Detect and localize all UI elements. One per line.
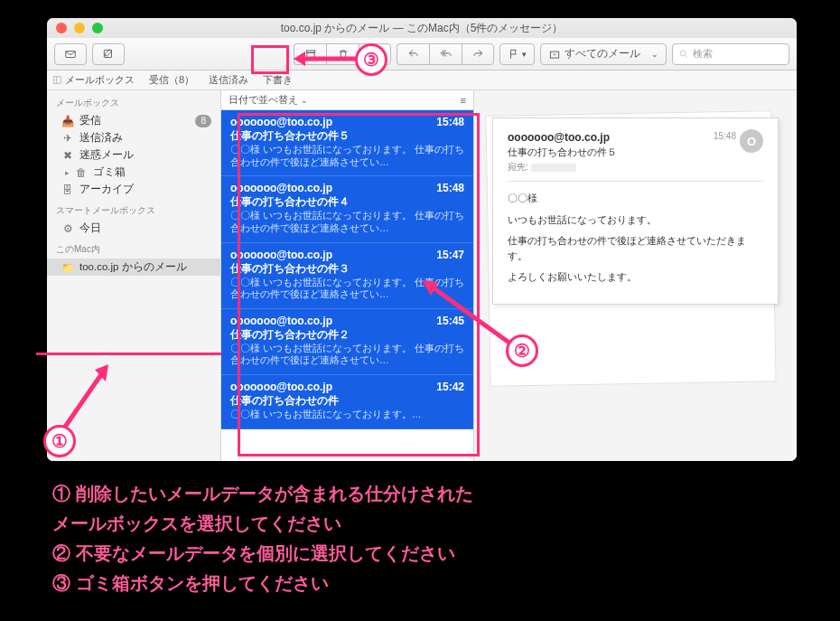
msg-preview: 〇〇様 いつもお世話になっております。 仕事の打ち合わせの件で後ほど連絡させてい…: [230, 277, 464, 301]
junk-icon: ✖: [61, 149, 74, 162]
toolbar: ▾ すべてのメール ⌄ 検索: [47, 38, 797, 71]
sidebar-junk[interactable]: ✖迷惑メール: [47, 146, 220, 164]
archive-icon: 🗄: [61, 184, 74, 195]
chevron-right-icon: ▸: [65, 168, 70, 177]
reply-icon: [407, 48, 420, 61]
message-item[interactable]: ooooooo@too.co.jp15:48仕事の打ち合わせの件５〇〇様 いつも…: [221, 110, 473, 176]
msg-time: 15:42: [436, 381, 464, 393]
sidebar-header-mailboxes: メールボックス: [47, 90, 220, 112]
msg-time: 15:48: [436, 182, 464, 194]
favorites-bar: メールボックス 受信（8） 送信済み 下書き: [47, 71, 797, 90]
msg-from: ooooooo@too.co.jp: [230, 182, 332, 194]
sent-icon: ✈: [61, 132, 74, 145]
annotation-number-2: ②: [506, 334, 538, 367]
msg-preview: 〇〇様 いつもお世話になっております。 仕事の打ち合わせの件で後ほど連絡させてい…: [230, 144, 464, 168]
msg-from: ooooooo@too.co.jp: [230, 249, 332, 261]
msg-from: ooooooo@too.co.jp: [230, 315, 332, 327]
msg-subject: 仕事の打ち合わせの件５: [230, 129, 464, 143]
inbox-icon: 📥: [61, 115, 74, 127]
sidebar-inbox[interactable]: 📥受信8: [47, 112, 220, 129]
preview-body-line: いつもお世話になっております。: [508, 212, 763, 228]
preview-to: 宛先:: [508, 161, 763, 174]
archive-icon: [304, 48, 317, 61]
reply-all-icon: [440, 48, 453, 61]
sort-header[interactable]: 日付で並べ替え ⌄ ≡: [221, 90, 473, 110]
sidebar-header-local: このMac内: [47, 237, 220, 259]
msg-preview: 〇〇様 いつもお世話になっております。…: [230, 409, 464, 421]
msg-subject: 仕事の打ち合わせの件４: [230, 195, 464, 209]
msg-time: 15:47: [436, 249, 464, 261]
sidebar-sent[interactable]: ✈送信済み: [47, 129, 220, 146]
chevron-down-icon: ⌄: [301, 96, 308, 105]
message-preview: ooooooo@too.co.jp 15:48 O 仕事の打ち合わせの件５ 宛先…: [492, 118, 779, 305]
annotation-number-3: ③: [355, 43, 387, 76]
window-title: too.co.jp からのメール — このMac内（5件のメッセージ）: [47, 21, 797, 36]
compose-icon: [102, 48, 115, 61]
move-icon: [548, 48, 561, 61]
message-list: 日付で並べ替え ⌄ ≡ ooooooo@too.co.jp15:48仕事の打ち合…: [221, 90, 474, 461]
msg-subject: 仕事の打ち合わせの件３: [230, 262, 464, 276]
forward-icon: [471, 48, 484, 61]
msg-subject: 仕事の打ち合わせの件: [230, 394, 464, 408]
trash-icon: 🗑: [75, 167, 88, 178]
get-mail-button[interactable]: [54, 43, 87, 65]
svg-point-7: [680, 51, 686, 56]
titlebar: too.co.jp からのメール — このMac内（5件のメッセージ）: [47, 18, 797, 38]
preview-body-line: 仕事の打ち合わせの件で後ほど連絡させていただきます。: [508, 233, 763, 263]
preview-body-line: よろしくお願いいたします。: [508, 269, 763, 285]
annotation-underline: [36, 353, 221, 355]
mail-window: too.co.jp からのメール — このMac内（5件のメッセージ） ▾ すべ…: [47, 18, 797, 461]
message-item[interactable]: ooooooo@too.co.jp15:45仕事の打ち合わせの件２〇〇様 いつも…: [221, 309, 473, 375]
gear-icon: ⚙: [61, 222, 74, 235]
filter-dropdown[interactable]: すべてのメール ⌄: [540, 43, 667, 65]
forward-button[interactable]: [462, 43, 494, 65]
sidebar-icon: [52, 75, 62, 85]
trash-icon: [337, 48, 350, 61]
reply-all-button[interactable]: [429, 43, 462, 65]
instruction-text: ① 削除したいメールデータが含まれる仕分けされた メールボックスを選択してくださ…: [52, 479, 473, 598]
preview-time: 15:48: [714, 131, 736, 141]
msg-preview: 〇〇様 いつもお世話になっております。 仕事の打ち合わせの件で後ほど連絡させてい…: [230, 210, 464, 234]
archive-button[interactable]: [294, 43, 326, 65]
msg-preview: 〇〇様 いつもお世話になっております。 仕事の打ち合わせの件で後ほど連絡させてい…: [230, 343, 464, 367]
svg-rect-0: [66, 51, 76, 57]
preview-body-line: 〇〇様: [508, 191, 763, 206]
reply-button[interactable]: [397, 43, 429, 65]
svg-line-8: [686, 55, 688, 58]
flag-button[interactable]: ▾: [499, 43, 535, 65]
sidebar-trash[interactable]: ▸🗑ゴミ箱: [47, 164, 220, 181]
fav-inbox[interactable]: 受信（8）: [149, 73, 194, 87]
preview-subject: 仕事の打ち合わせの件５: [508, 146, 763, 159]
sidebar-today[interactable]: ⚙今日: [47, 220, 220, 237]
compose-button[interactable]: [92, 43, 125, 65]
sidebar-local-folder[interactable]: 📁too.co.jp からのメール: [47, 259, 220, 276]
msg-time: 15:48: [436, 116, 464, 128]
msg-subject: 仕事の打ち合わせの件２: [230, 328, 464, 342]
reading-pane: ooooooo@too.co.jp 15:48 O 仕事の打ち合わせの件５ 宛先…: [474, 90, 797, 461]
message-item[interactable]: ooooooo@too.co.jp15:42仕事の打ち合わせの件〇〇様 いつもお…: [221, 375, 473, 429]
flag-icon: [508, 48, 520, 61]
inbox-badge: 8: [195, 115, 211, 127]
message-item[interactable]: ooooooo@too.co.jp15:47仕事の打ち合わせの件３〇〇様 いつも…: [221, 243, 473, 309]
svg-rect-9: [53, 77, 61, 83]
fav-mailboxes[interactable]: メールボックス: [52, 73, 135, 87]
search-icon: [678, 49, 689, 60]
sidebar: メールボックス 📥受信8 ✈送信済み ✖迷惑メール ▸🗑ゴミ箱 🗄アーカイブ ス…: [47, 90, 221, 461]
annotation-number-1: ①: [43, 425, 76, 457]
msg-from: ooooooo@too.co.jp: [230, 381, 332, 393]
search-input[interactable]: 検索: [672, 43, 789, 65]
svg-rect-3: [306, 52, 313, 58]
msg-from: ooooooo@too.co.jp: [230, 116, 332, 128]
msg-time: 15:45: [436, 315, 464, 327]
fav-sent[interactable]: 送信済み: [209, 73, 248, 87]
folder-icon: 📁: [61, 261, 74, 274]
filter-label: すべてのメール: [565, 46, 640, 61]
sidebar-header-smart: スマートメールボックス: [47, 198, 220, 220]
sidebar-archive[interactable]: 🗄アーカイブ: [47, 181, 220, 198]
fav-drafts[interactable]: 下書き: [263, 73, 293, 87]
filter-icon: ≡: [461, 95, 466, 106]
envelope-icon: [64, 48, 77, 61]
avatar: O: [740, 129, 763, 153]
delete-button[interactable]: [326, 43, 359, 65]
message-item[interactable]: ooooooo@too.co.jp15:48仕事の打ち合わせの件４〇〇様 いつも…: [221, 176, 473, 242]
